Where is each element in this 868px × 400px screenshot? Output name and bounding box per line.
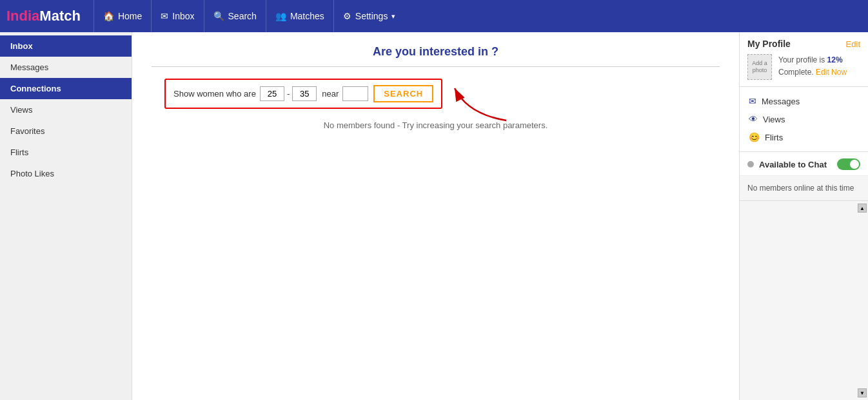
add-photo-label: Add a photo (748, 60, 771, 74)
profile-nav-views-label: Views (763, 115, 785, 124)
add-photo-button[interactable]: Add a photo (747, 54, 772, 80)
chat-header: Available to Chat (740, 152, 868, 176)
search-button[interactable]: SEARCH (373, 85, 433, 102)
profile-title: My Profile (747, 39, 791, 49)
age-to-input[interactable] (292, 86, 317, 101)
sidebar-flirts-label: Flirts (10, 148, 28, 157)
profile-nav-messages[interactable]: ✉ Messages (740, 92, 868, 110)
messages-icon: ✉ (749, 96, 756, 106)
chat-status-dot (747, 161, 754, 167)
search-form-box: Show women who are - near SEARCH (164, 79, 442, 109)
scroll-down-button[interactable]: ▼ (858, 388, 867, 397)
divider (152, 66, 720, 67)
main-content: Are you interested in ? Show women who a… (132, 32, 739, 400)
profile-edit-link[interactable]: Edit (846, 39, 860, 49)
sidebar-photo-likes-label: Photo Likes (10, 169, 54, 178)
show-women-label: Show women who are (173, 89, 256, 99)
profile-nav-flirts[interactable]: 😊 Flirts (740, 128, 868, 146)
no-members-found-text: No members found - Try increasing your s… (152, 120, 720, 130)
chat-section: Available to Chat No members online at t… (740, 152, 868, 201)
no-online-text: No members online at this time (747, 182, 860, 194)
age-from-input[interactable] (260, 86, 284, 101)
red-arrow (442, 82, 519, 127)
chat-body: No members online at this time (740, 176, 868, 200)
nav-home[interactable]: 🏠 Home (94, 0, 152, 32)
profile-info-row: Add a photo Your profile is 12% Complete… (747, 54, 860, 80)
page-title: Are you interested in ? (152, 45, 720, 59)
sidebar: Inbox Messages Connections Views Favorit… (0, 32, 132, 400)
profile-nav-messages-label: Messages (762, 97, 800, 106)
nav-home-label: Home (118, 11, 142, 21)
matches-icon: 👥 (275, 11, 286, 21)
settings-icon: ⚙ (343, 11, 351, 21)
logo[interactable]: IndiaMatch (6, 8, 81, 24)
available-chat-toggle[interactable] (837, 158, 860, 170)
profile-nav: ✉ Messages 👁 Views 😊 Flirts (740, 87, 868, 152)
top-navigation: IndiaMatch 🏠 Home ✉ Inbox 🔍 Search 👥 Mat… (0, 0, 868, 32)
page-layout: Inbox Messages Connections Views Favorit… (0, 32, 868, 400)
sidebar-item-connections[interactable]: Connections (0, 78, 132, 99)
profile-header: My Profile Edit (747, 39, 860, 49)
sidebar-item-views[interactable]: Views (0, 99, 132, 120)
search-icon: 🔍 (213, 11, 224, 21)
nav-items: 🏠 Home ✉ Inbox 🔍 Search 👥 Matches ⚙ Sett… (94, 0, 404, 32)
profile-complete-text: Your profile is 12% Complete. Edit Now (778, 54, 847, 79)
near-input[interactable] (342, 86, 368, 101)
nav-settings[interactable]: ⚙ Settings ▾ (334, 0, 405, 32)
nav-inbox[interactable]: ✉ Inbox (152, 0, 204, 32)
nav-matches[interactable]: 👥 Matches (266, 0, 334, 32)
scroll-up-button[interactable]: ▲ (858, 204, 867, 213)
home-icon: 🏠 (103, 11, 114, 21)
profile-nav-views[interactable]: 👁 Views (740, 110, 868, 128)
complete-pct: 12% (827, 55, 843, 64)
nav-search[interactable]: 🔍 Search (204, 0, 266, 32)
age-range-dash: - (287, 89, 290, 99)
chat-title: Available to Chat (759, 160, 837, 169)
sidebar-item-messages[interactable]: Messages (0, 57, 132, 78)
sidebar-item-inbox[interactable]: Inbox (0, 35, 132, 57)
nav-matches-label: Matches (290, 11, 324, 21)
sidebar-messages-label: Messages (10, 62, 48, 72)
inbox-icon: ✉ (161, 11, 168, 21)
profile-nav-flirts-label: Flirts (765, 133, 783, 142)
near-label: near (322, 89, 339, 99)
sidebar-item-flirts[interactable]: Flirts (0, 142, 132, 163)
sidebar-item-favorites[interactable]: Favorites (0, 120, 132, 142)
toggle-track (837, 158, 860, 170)
nav-inbox-label: Inbox (172, 11, 194, 21)
complete-text-1: Your profile is (778, 55, 827, 64)
edit-now-link[interactable]: Edit Now (816, 68, 847, 77)
nav-search-label: Search (228, 11, 257, 21)
logo-match: Match (39, 8, 81, 24)
toggle-thumb (850, 160, 859, 169)
logo-india: India (6, 8, 39, 24)
right-panel: My Profile Edit Add a photo Your profile… (739, 32, 868, 400)
sidebar-favorites-label: Favorites (10, 126, 44, 136)
flirts-icon: 😊 (749, 132, 760, 142)
sidebar-connections-label: Connections (10, 84, 61, 93)
sidebar-views-label: Views (10, 105, 32, 115)
nav-settings-label: Settings (355, 11, 388, 21)
chevron-down-icon: ▾ (391, 12, 395, 21)
complete-text-2: Complete. (778, 68, 816, 77)
views-icon: 👁 (749, 114, 758, 124)
profile-section: My Profile Edit Add a photo Your profile… (740, 32, 868, 87)
sidebar-inbox-label: Inbox (10, 41, 33, 51)
sidebar-item-photo-likes[interactable]: Photo Likes (0, 163, 132, 184)
